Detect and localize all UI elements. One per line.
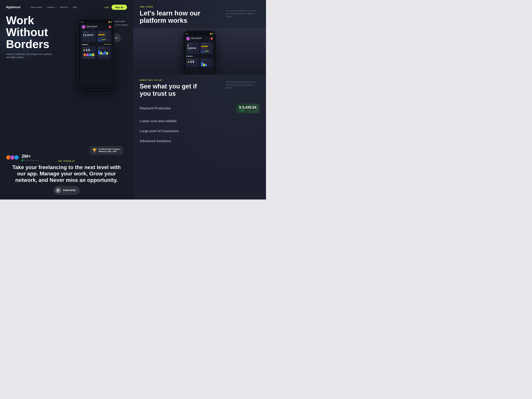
right-avatar [186,37,190,40]
right-phone-content: James Vishanti UI/UX Designer 1 Earnings… [185,35,214,75]
nav-links: How it works Features About Us Blog [31,6,104,8]
avatar [82,25,85,29]
bar-chart [98,49,110,55]
award-badge: 🏆 The World's Best Freelance Platform in… [89,146,123,155]
benefit-heading: See what you get if you trust us [140,83,203,97]
bar-clicks [101,52,102,55]
phone-content: James Vishanti UI/UX Designer 1 Earnings… [80,23,113,87]
right-impressions-col: Impressions ⭐ 4.9 [186,58,199,67]
star-icon: ⭐ [83,49,85,51]
bar-extra [104,51,106,55]
bar-labels: Views Clicks Order [98,55,110,56]
stats-grid: Impressions ⭐ 4.9 /5.0 +40 [82,46,111,59]
why-section: WHY CHOOSE US Take your freelancing to t… [0,156,133,200]
star-row: ⭐ 4.9 /5.0 [83,49,95,52]
benefit-label-customers: Large pool of Customers [140,129,179,133]
right-phone-notch [195,32,204,33]
circle-progress [98,38,101,41]
bar-order [102,53,104,55]
how-heading: Let's learn how our platform works [140,9,203,24]
impressions-col: Impressions ⭐ 4.9 /5.0 +40 [82,46,96,59]
right-panel: HOW IT WORK Let's learn how our platform… [133,0,266,200]
user-row: James Vishanti UI/UX Designer 1 [82,25,111,29]
benefit-value-payment: $ 5,435.54 +0.3% [236,104,259,113]
phone-notch [91,20,101,21]
how-tag: HOW IT WORK [140,6,259,8]
freelancer-level-card: Freelancer Level Top Rated Online Delive… [97,30,111,42]
benefit-label-payment: Payment Protection [140,106,171,110]
avatar-count: +40 [91,53,95,57]
phone-outer: 9:41 📶 🔋 James Vishanti UI/UX Designer 1… [78,18,115,90]
statistics-header: Statistics More Details [82,44,111,45]
right-stats-row: Earnings $ 5,435.54 +1.3% Freelancer Lev… [186,42,213,54]
benefit-item-customers: Large pool of Customers [140,126,259,136]
benefit-label-analytics: Advanced Analytics [140,139,171,143]
benefit-item-lower-cost: Lower cost and reliable [140,116,259,126]
right-phone-container: 9:41 📶 🔋 James Vishanti UI/UX Designer 1… [133,28,266,75]
right-bar-chart [201,60,211,66]
svg-marker-1 [57,189,59,191]
benefit-section: BENEFIT WILL YOU GET See what you get if… [133,75,266,146]
why-title: Take your freelancing to the next level … [8,164,125,183]
benefit-description: We come with features that are most othe… [226,81,259,89]
navbar: Applancer How it works Features About Us… [0,0,133,10]
bar-extra2 [106,52,108,55]
bar-label-views: Views [98,55,101,56]
green-dot-icon [22,159,23,161]
bar-views [98,50,100,55]
know-more-button[interactable]: KNOW MORE [53,186,80,195]
right-level-card: Freelancer Level Top Rated Online Delive… [200,42,213,54]
right-phone-status: 9:41 📶 🔋 [185,33,214,35]
right-earnings-card: Earnings $ 5,435.54 +1.3% [186,42,199,54]
right-bar-2 [203,63,205,66]
hero-avatar-3 [14,155,19,160]
nav-logo: Applancer [6,6,21,9]
right-stats-grid: Impressions ⭐ 4.9 Interactions [186,58,213,67]
play-icon-know-more [56,188,61,193]
interactions-col: Interactions Views Clicks Order [97,46,111,59]
login-button[interactable]: Login [104,6,109,8]
benefit-list: Payment Protection $ 5,435.54 +0.3% Lowe… [140,101,259,146]
benefit-label-lower-cost: Lower cost and reliable [140,119,177,123]
right-star-icon: ⭐ [188,61,190,63]
notification-badge: 1 [109,26,111,28]
bar-label-order: Order [105,55,108,56]
signup-button[interactable]: Sign Up [112,5,127,10]
active-users-label: World Active User [22,159,38,161]
avatars-section: +40 +40 Positive Reviews [83,53,95,58]
right-star-row: ⭐ 4.9 [188,60,198,64]
nav-link-blog[interactable]: Blog [73,6,77,8]
right-circle-progress [201,50,205,53]
nav-link-features[interactable]: Features [47,6,55,8]
active-users-info: 2M+ World Active User [22,154,38,161]
right-notif-dot: 1 [210,38,213,40]
right-user-row: James Vishanti UI/UX Designer 1 [186,37,213,40]
how-section: HOW IT WORK Let's learn how our platform… [133,0,266,28]
benefit-item-analytics: Advanced Analytics [140,136,259,146]
benefit-item-payment: Payment Protection $ 5,435.54 +0.3% [140,101,259,116]
phone-mockup: 9:41 📶 🔋 James Vishanti UI/UX Designer 1… [78,18,133,105]
hero-sub-text: Connect, collaborate, and conquer from a… [6,53,56,59]
right-interactions-col: Interactions [200,58,213,67]
bar-label-clicks: Clicks [102,55,104,56]
right-phone-mockup: 9:41 📶 🔋 James Vishanti UI/UX Designer 1… [183,30,216,75]
nav-link-how[interactable]: How it works [31,6,42,8]
nav-link-about[interactable]: About Us [60,6,68,8]
right-bar-1 [201,62,203,66]
right-statistics-header: Statistics [186,55,213,57]
nav-actions: Login Sign Up [104,5,127,10]
phone-status-bar: 9:41 📶 🔋 [80,21,113,23]
avatars-row: +40 [83,53,95,57]
how-description: We come with features that are most othe… [226,9,259,18]
active-users-section: 2M+ World Active User [6,154,38,161]
left-panel: Applancer How it works Features About Us… [0,0,133,200]
delivery-row: 82% [98,38,110,41]
award-text: The World's Best Freelance Platform in 2… [98,148,120,153]
hero-title: Work Without Borders [6,14,76,50]
earnings-card: Earnings Last Month $ 5,435.54 +1.3% [82,30,96,42]
hero-avatars [6,155,19,160]
right-bar-3 [205,64,207,66]
award-icon: 🏆 [92,148,97,153]
stats-row: Earnings Last Month $ 5,435.54 +1.3% Fre… [82,30,111,42]
active-users-count: 2M+ [22,154,38,159]
